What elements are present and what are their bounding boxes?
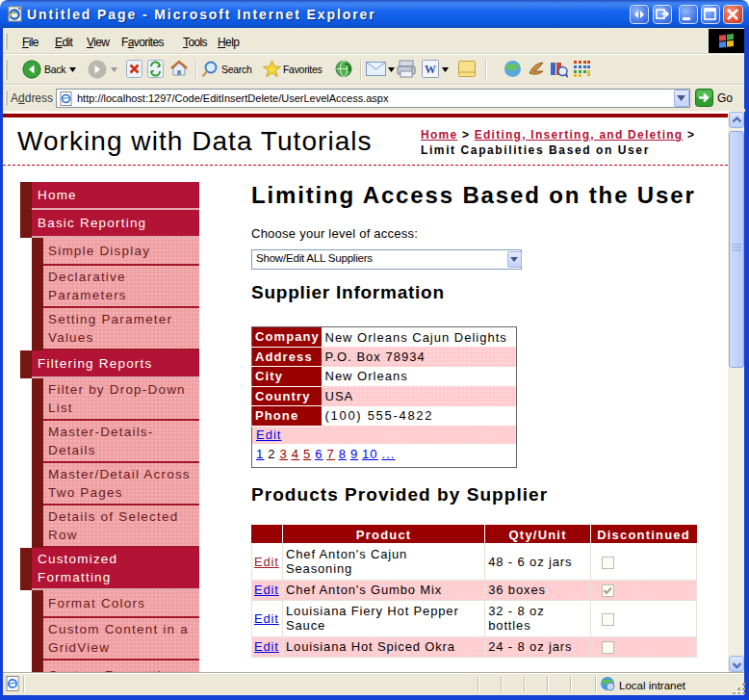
- svg-text:W: W: [425, 63, 436, 76]
